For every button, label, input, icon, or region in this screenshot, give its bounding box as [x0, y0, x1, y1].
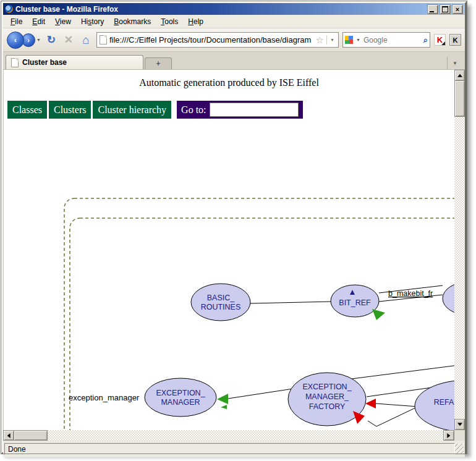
cluster-label-exception-manager: exception_manager: [69, 393, 140, 402]
back-icon: ‹: [14, 35, 17, 44]
menu-file[interactable]: File: [6, 16, 27, 27]
scroll-left-button[interactable]: [3, 430, 14, 441]
new-tab-button[interactable]: +: [145, 57, 172, 69]
scrollbar-corner: [454, 430, 465, 441]
minimize-button[interactable]: [427, 4, 438, 14]
arrow-left-icon: [5, 433, 11, 438]
scroll-up-button[interactable]: [454, 70, 465, 81]
menu-history[interactable]: History: [76, 16, 109, 27]
menu-view[interactable]: View: [50, 16, 76, 27]
svg-text:REFA: REFA: [434, 398, 454, 407]
horizontal-scroll-thumb[interactable]: [14, 430, 48, 441]
svg-text:EXCEPTION_: EXCEPTION_: [302, 383, 352, 391]
scroll-down-button[interactable]: [454, 419, 465, 430]
node-exception-manager[interactable]: EXCEPTION_ MANAGER: [145, 378, 216, 417]
menu-tools[interactable]: Tools: [156, 16, 183, 27]
svg-text:MANAGER: MANAGER: [161, 398, 200, 407]
search-box[interactable]: ▼ ⌕: [342, 32, 430, 48]
svg-text:FACTORY: FACTORY: [309, 402, 346, 411]
svg-text:EXCEPTION_: EXCEPTION_: [156, 389, 205, 397]
tab-page-icon: [11, 58, 19, 67]
page-icon: [100, 35, 107, 44]
green-arrow-icon: [221, 405, 227, 409]
green-arrow-icon: [372, 309, 385, 320]
horizontal-scrollbar[interactable]: [3, 430, 454, 441]
node-d-clipped[interactable]: D: [443, 282, 454, 315]
k-addon-button[interactable]: K: [449, 34, 461, 46]
edge-label-b-makebit[interactable]: b_makebit_fr: [388, 289, 433, 298]
magnifier-icon[interactable]: ⌕: [423, 35, 428, 45]
arrow-up-icon: [457, 72, 462, 77]
close-icon: ×: [456, 6, 459, 12]
arrow-down-icon: [457, 423, 462, 428]
svg-text:BASIC_: BASIC_: [207, 294, 236, 302]
stop-button[interactable]: ✕: [62, 33, 75, 46]
cluster-diagram: b_makebit_fr exception_manager BASIC_ RO…: [4, 70, 454, 430]
node-basic-routines[interactable]: BASIC_ ROUTINES: [191, 284, 250, 321]
search-engine-dropdown[interactable]: ▼: [356, 38, 360, 42]
node-bit-ref[interactable]: BIT_REF: [331, 285, 379, 317]
window-title: Cluster base - Mozilla Firefox: [15, 5, 425, 14]
address-bar[interactable]: file:///C:/Eiffel Projects/tour/Document…: [96, 32, 339, 48]
screenshot-root: Cluster base - Mozilla Firefox × FileEdi…: [0, 0, 476, 461]
url-dropdown-button[interactable]: ▼: [326, 35, 336, 44]
menu-edit[interactable]: Edit: [27, 16, 50, 27]
content-area: Automatic generation produced by ISE Eif…: [3, 70, 465, 441]
green-arrow-icon: [217, 394, 228, 404]
reload-button[interactable]: ↻: [45, 33, 58, 46]
history-dropdown-button[interactable]: ▼: [36, 38, 41, 42]
svg-text:MANAGER_: MANAGER_: [305, 392, 349, 401]
page-viewport: Automatic generation produced by ISE Eif…: [3, 70, 454, 430]
bookmark-star-icon[interactable]: ☆: [316, 35, 324, 44]
close-button[interactable]: ×: [452, 4, 463, 14]
forward-icon: ›: [27, 36, 30, 44]
red-arrow-icon: [365, 399, 376, 408]
node-exception-manager-factory[interactable]: EXCEPTION_ MANAGER_ FACTORY: [288, 373, 366, 426]
kaspersky-icon[interactable]: K: [434, 34, 446, 46]
vertical-scroll-thumb[interactable]: [454, 80, 465, 117]
tab-label: Cluster base: [22, 58, 67, 67]
tab-cluster-base[interactable]: Cluster base: [6, 55, 143, 69]
google-icon: [345, 36, 353, 44]
maximize-button[interactable]: [440, 4, 451, 14]
navigation-toolbar: ‹ › ▼ ↻ ✕ ⌂ file:///C:/Eiffel Projects/t…: [3, 28, 465, 52]
home-button[interactable]: ⌂: [79, 33, 93, 47]
menu-help[interactable]: Help: [183, 16, 208, 27]
svg-text:ROUTINES: ROUTINES: [201, 303, 241, 311]
vertical-scrollbar[interactable]: [454, 70, 465, 430]
firefox-logo-icon: [5, 5, 13, 13]
tab-bar: Cluster base + ▼: [3, 52, 465, 70]
status-text: Done: [4, 443, 455, 455]
title-bar: Cluster base - Mozilla Firefox ×: [3, 3, 465, 15]
scroll-right-button[interactable]: [443, 430, 454, 441]
list-all-tabs-button[interactable]: ▼: [447, 57, 462, 69]
minimize-icon: [430, 11, 434, 12]
url-text[interactable]: file:///C:/Eiffel Projects/tour/Document…: [109, 35, 313, 44]
menu-bar: FileEditViewHistoryBookmarksToolsHelp: [3, 15, 465, 28]
search-input[interactable]: [362, 35, 422, 45]
status-bar: Done: [3, 441, 465, 457]
svg-text:BIT_REF: BIT_REF: [339, 298, 371, 307]
arrow-right-icon: [447, 433, 453, 438]
node-refactoring-clipped[interactable]: REFA: [415, 380, 454, 430]
resize-grip-icon[interactable]: [455, 444, 464, 454]
browser-window: Cluster base - Mozilla Firefox × FileEdi…: [1, 1, 467, 454]
menu-bookmarks[interactable]: Bookmarks: [109, 16, 156, 27]
back-button[interactable]: ‹: [7, 32, 24, 49]
maximize-icon: [442, 6, 448, 12]
